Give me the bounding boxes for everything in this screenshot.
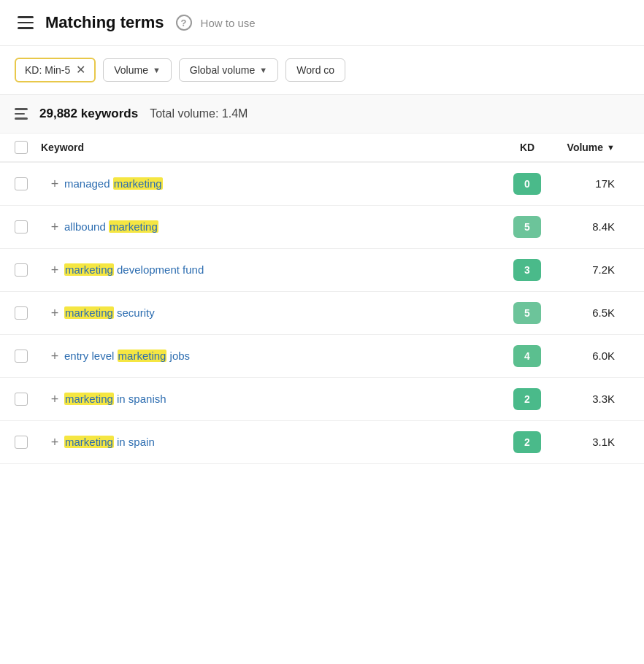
row-1-checkbox[interactable] xyxy=(15,220,28,233)
select-all-checkbox[interactable] xyxy=(15,141,28,154)
row-1-checkbox-col xyxy=(15,220,41,233)
volume-sort-icon: ▼ xyxy=(607,143,615,152)
page-title: Matching terms xyxy=(45,13,164,32)
volume-filter-dropdown[interactable]: Volume ▼ xyxy=(103,58,172,82)
row-0-kd-badge: 0 xyxy=(513,173,541,195)
how-to-use-link[interactable]: How to use xyxy=(201,17,256,29)
table-header-row: Keyword KD Volume ▼ xyxy=(0,134,644,163)
row-2-volume-value: 7.2K xyxy=(592,263,615,276)
row-0-checkbox[interactable] xyxy=(15,177,28,190)
row-2-keyword-col: marketing development fund xyxy=(64,263,498,277)
keyword-col-header: Keyword xyxy=(41,141,498,154)
row-6-checkbox[interactable] xyxy=(15,436,28,449)
volume-col-label: Volume xyxy=(567,142,604,153)
row-3-volume-value: 6.5K xyxy=(592,306,615,319)
global-volume-arrow-icon: ▼ xyxy=(259,66,267,74)
table-row: +marketing development fund37.2K xyxy=(0,249,644,292)
row-0-checkbox-col xyxy=(15,177,41,190)
volume-col-header[interactable]: Volume ▼ xyxy=(556,142,629,153)
row-5-add-button[interactable]: + xyxy=(47,391,63,407)
volume-filter-label: Volume xyxy=(114,64,148,76)
row-1-keyword-text[interactable]: allbound marketing xyxy=(64,220,158,233)
row-0-keyword-text[interactable]: managed marketing xyxy=(64,177,163,190)
row-6-add-button[interactable]: + xyxy=(47,434,63,450)
row-5-kd-col: 2 xyxy=(498,388,556,410)
row-4-keyword-text[interactable]: entry level marketing jobs xyxy=(64,350,190,362)
row-0-volume-value: 17K xyxy=(595,177,615,190)
header-checkbox-col xyxy=(15,141,41,154)
row-4-kd-badge: 4 xyxy=(513,345,541,367)
filter-lines-icon[interactable] xyxy=(15,108,28,120)
table-row: +marketing security56.5K xyxy=(0,292,644,335)
help-icon[interactable]: ? xyxy=(176,15,192,31)
word-count-filter-label: Word co xyxy=(296,64,334,76)
row-3-keyword-text[interactable]: marketing security xyxy=(64,306,155,319)
word-count-filter-dropdown[interactable]: Word co xyxy=(285,58,345,82)
table-row: +managed marketing017K xyxy=(0,163,644,206)
row-6-kd-col: 2 xyxy=(498,431,556,453)
row-6-keyword-col: marketing in spain xyxy=(64,436,498,449)
row-5-keyword-text[interactable]: marketing in spanish xyxy=(64,393,166,405)
row-5-checkbox[interactable] xyxy=(15,393,28,406)
row-3-checkbox-col xyxy=(15,306,41,320)
row-6-keyword-text[interactable]: marketing in spain xyxy=(64,436,155,448)
row-0-keyword-col: managed marketing xyxy=(64,177,498,190)
keyword-col-label: Keyword xyxy=(41,142,84,153)
row-0-add-button[interactable]: + xyxy=(47,176,63,192)
row-4-add-button[interactable]: + xyxy=(47,348,63,364)
row-5-keyword-col: marketing in spanish xyxy=(64,393,498,406)
row-4-checkbox[interactable] xyxy=(15,350,28,363)
hamburger-menu-icon[interactable] xyxy=(15,13,37,32)
total-volume: Total volume: 1.4M xyxy=(150,107,248,120)
row-3-volume-col: 6.5K xyxy=(556,306,629,320)
kd-filter-label: KD: Min-5 xyxy=(25,64,70,76)
row-3-left-group: + xyxy=(15,305,64,321)
header: Matching terms ? How to use xyxy=(0,0,644,46)
table-row: +entry level marketing jobs46.0K xyxy=(0,335,644,378)
row-2-kd-badge: 3 xyxy=(513,259,541,281)
volume-arrow-icon: ▼ xyxy=(153,66,161,74)
row-5-volume-col: 3.3K xyxy=(556,393,629,406)
row-4-checkbox-col xyxy=(15,350,41,363)
table-row: +allbound marketing58.4K xyxy=(0,206,644,249)
global-volume-filter-label: Global volume xyxy=(190,64,256,76)
row-2-checkbox-col xyxy=(15,263,41,277)
row-6-volume-value: 3.1K xyxy=(592,436,615,448)
row-1-keyword-col: allbound marketing xyxy=(64,220,498,233)
table-body: +managed marketing017K+allbound marketin… xyxy=(0,163,644,464)
filter-bar: KD: Min-5 ✕ Volume ▼ Global volume ▼ Wor… xyxy=(0,46,644,95)
row-4-left-group: + xyxy=(15,348,64,364)
row-5-left-group: + xyxy=(15,391,64,407)
row-1-kd-badge: 5 xyxy=(513,216,541,238)
row-1-add-button[interactable]: + xyxy=(47,219,63,235)
table-row: +marketing in spanish23.3K xyxy=(0,378,644,421)
kd-col-header: KD xyxy=(498,141,556,154)
row-0-kd-col: 0 xyxy=(498,173,556,195)
kd-filter-chip[interactable]: KD: Min-5 ✕ xyxy=(15,58,96,82)
row-2-keyword-text[interactable]: marketing development fund xyxy=(64,263,204,276)
row-2-add-button[interactable]: + xyxy=(47,262,63,278)
kd-filter-close-icon[interactable]: ✕ xyxy=(76,64,85,76)
kd-col-label: KD xyxy=(520,142,534,153)
row-5-kd-badge: 2 xyxy=(513,388,541,410)
row-6-left-group: + xyxy=(15,434,64,450)
row-5-checkbox-col xyxy=(15,393,41,406)
row-3-kd-col: 5 xyxy=(498,302,556,324)
keywords-table: Keyword KD Volume ▼ +managed marketing01… xyxy=(0,134,644,464)
row-4-volume-col: 6.0K xyxy=(556,350,629,363)
row-6-volume-col: 3.1K xyxy=(556,436,629,449)
row-6-kd-badge: 2 xyxy=(513,431,541,453)
row-6-checkbox-col xyxy=(15,436,41,449)
row-5-volume-value: 3.3K xyxy=(592,393,615,405)
row-1-kd-col: 5 xyxy=(498,216,556,238)
row-2-checkbox[interactable] xyxy=(15,263,28,277)
row-3-checkbox[interactable] xyxy=(15,306,28,320)
row-3-keyword-col: marketing security xyxy=(64,306,498,320)
row-4-kd-col: 4 xyxy=(498,345,556,367)
row-3-add-button[interactable]: + xyxy=(47,305,63,321)
row-1-volume-value: 8.4K xyxy=(592,220,615,233)
global-volume-filter-dropdown[interactable]: Global volume ▼ xyxy=(179,58,278,82)
keywords-count: 29,882 keywords xyxy=(39,107,138,121)
row-0-volume-col: 17K xyxy=(556,177,629,190)
row-1-left-group: + xyxy=(15,219,64,235)
